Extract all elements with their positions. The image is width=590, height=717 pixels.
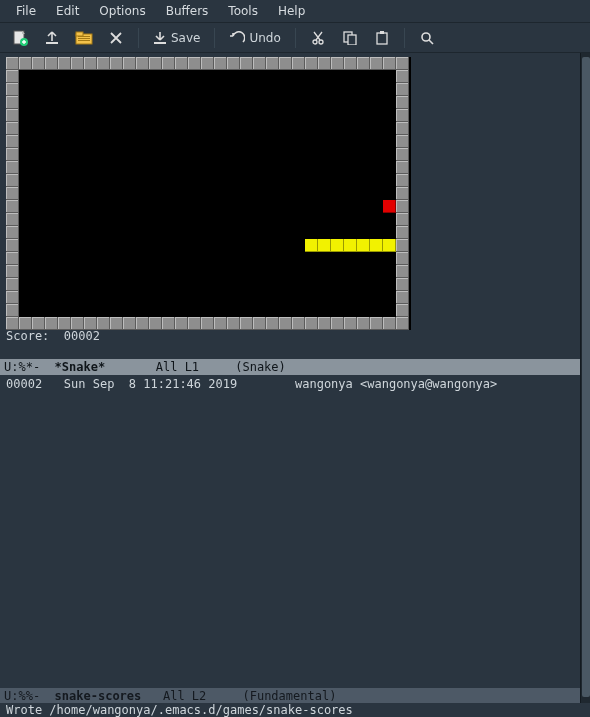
- menu-edit[interactable]: Edit: [46, 0, 89, 22]
- toolbar-separator: [214, 28, 215, 48]
- svg-rect-6: [78, 38, 90, 39]
- open-button[interactable]: [38, 25, 66, 51]
- modeline-snake[interactable]: U:%*- *Snake* All L1 (Snake): [0, 359, 580, 375]
- close-button[interactable]: [102, 25, 130, 51]
- score-value: 00002: [64, 329, 100, 343]
- modeline-mode: (Fundamental): [242, 688, 336, 704]
- score-entry: 00002 Sun Sep 8 11:21:46 2019 wangonya <…: [0, 375, 578, 391]
- toolbar-separator: [404, 28, 405, 48]
- menu-options[interactable]: Options: [89, 0, 155, 22]
- score-label: Score:: [6, 329, 49, 343]
- svg-rect-4: [76, 32, 83, 36]
- svg-rect-12: [348, 35, 356, 45]
- svg-rect-13: [377, 33, 387, 44]
- scrollbar[interactable]: [580, 53, 590, 705]
- save-label: Save: [171, 31, 200, 45]
- save-button[interactable]: Save: [147, 25, 206, 51]
- score-line: Score: 00002: [6, 329, 100, 343]
- modeline-pos: All L1: [156, 359, 199, 375]
- svg-point-9: [313, 40, 317, 44]
- undo-button[interactable]: Undo: [223, 25, 286, 51]
- scores-pane: 00002 Sun Sep 8 11:21:46 2019 wangonya <…: [0, 375, 578, 687]
- menu-tools[interactable]: Tools: [218, 0, 268, 22]
- modeline-flags: U:%%-: [4, 688, 40, 704]
- menu-file[interactable]: File: [6, 0, 46, 22]
- modeline-mode: (Snake): [235, 359, 286, 375]
- new-file-button[interactable]: [6, 25, 34, 51]
- menu-help[interactable]: Help: [268, 0, 315, 22]
- toolbar: Save Undo: [0, 23, 590, 53]
- svg-rect-14: [380, 31, 384, 34]
- scrollbar-thumb[interactable]: [582, 57, 590, 697]
- menu-buffers[interactable]: Buffers: [156, 0, 219, 22]
- svg-rect-7: [78, 40, 90, 41]
- toolbar-separator: [295, 28, 296, 48]
- snake-board[interactable]: [6, 57, 411, 330]
- folder-button[interactable]: [70, 25, 98, 51]
- modeline-buffer: *Snake*: [55, 359, 106, 375]
- copy-button[interactable]: [336, 25, 364, 51]
- snake-pane: [0, 53, 590, 356]
- modeline-scores[interactable]: U:%%- snake-scores All L2 (Fundamental): [0, 688, 580, 704]
- toolbar-separator: [138, 28, 139, 48]
- minibuffer[interactable]: Wrote /home/wangonya/.emacs.d/games/snak…: [0, 703, 590, 717]
- svg-point-10: [319, 40, 323, 44]
- modeline-buffer: snake-scores: [55, 688, 142, 704]
- svg-rect-5: [78, 36, 90, 37]
- paste-button[interactable]: [368, 25, 396, 51]
- undo-label: Undo: [249, 31, 280, 45]
- svg-rect-2: [46, 42, 58, 44]
- menu-bar: FileEditOptionsBuffersToolsHelp: [0, 0, 590, 23]
- svg-point-15: [422, 33, 430, 41]
- modeline-flags: U:%*-: [4, 359, 40, 375]
- svg-rect-8: [154, 42, 166, 44]
- search-button[interactable]: [413, 25, 441, 51]
- modeline-pos: All L2: [163, 688, 206, 704]
- cut-button[interactable]: [304, 25, 332, 51]
